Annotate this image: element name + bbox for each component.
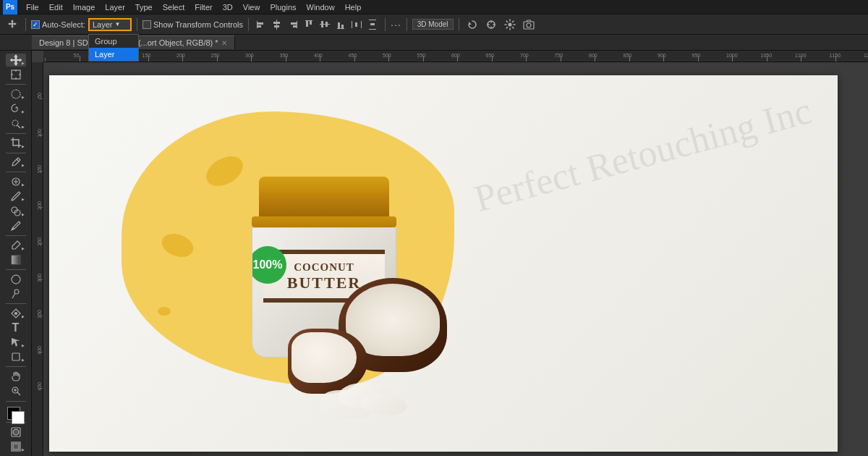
doc-tab-close-button[interactable]: ✕ — [221, 39, 227, 47]
svg-point-51 — [13, 429, 19, 435]
tool-quick-mask[interactable] — [6, 426, 26, 439]
auto-select-checkbox[interactable]: ✓ — [31, 20, 40, 29]
tool-screen-mode[interactable]: ▶ — [6, 440, 26, 453]
align-right-icon[interactable] — [286, 17, 300, 32]
auto-select-label: Auto-Select: — [42, 20, 85, 29]
tool-blur[interactable] — [6, 273, 26, 286]
svg-rect-4 — [273, 22, 280, 24]
svg-rect-16 — [338, 22, 340, 28]
tool-sep-3 — [6, 153, 26, 153]
tool-arrow8: ▶ — [22, 197, 25, 201]
svg-rect-11 — [310, 21, 312, 25]
menu-3d[interactable]: 3D — [218, 1, 237, 13]
menu-plugins[interactable]: Plugins — [265, 1, 300, 13]
distribute-v-icon[interactable] — [365, 17, 380, 32]
sync-icon[interactable] — [483, 17, 499, 33]
align-top-icon[interactable] — [302, 17, 316, 32]
toolbar-sep-5 — [407, 18, 407, 31]
dropdown-button[interactable]: Layer ▼ — [88, 18, 132, 31]
settings-icon[interactable] — [502, 17, 518, 33]
dropdown-option-group[interactable]: Group — [89, 35, 138, 48]
menu-help[interactable]: Help — [341, 1, 366, 13]
tool-arrow: ▶ — [22, 61, 25, 65]
transform-checkbox[interactable] — [142, 20, 151, 29]
tool-crop[interactable]: ▶ — [6, 136, 26, 149]
background-color[interactable] — [12, 411, 25, 424]
tool-move[interactable]: ▶ — [6, 54, 26, 67]
menu-window[interactable]: Window — [302, 1, 339, 13]
tool-sep-6 — [6, 269, 26, 270]
menu-view[interactable]: View — [239, 1, 265, 13]
canvas-viewport[interactable]: COCONUT BUTTER 100% — [43, 62, 868, 456]
align-center-h-icon[interactable] — [270, 17, 284, 32]
svg-rect-13 — [321, 21, 323, 28]
dropdown-value: Layer — [93, 20, 113, 29]
tool-dodge[interactable] — [6, 287, 26, 300]
tool-pen[interactable]: ▶ — [6, 307, 26, 320]
svg-line-36 — [17, 159, 19, 161]
tool-artboard[interactable] — [6, 68, 26, 81]
svg-rect-10 — [306, 21, 308, 27]
tool-healing[interactable]: ▶ — [6, 175, 26, 188]
tool-text[interactable]: T — [6, 321, 26, 334]
align-icons-group — [254, 17, 380, 32]
menu-layer[interactable]: Layer — [101, 1, 129, 13]
align-middle-v-icon[interactable] — [318, 17, 332, 32]
tool-gradient[interactable] — [6, 253, 26, 266]
tool-zoom[interactable] — [6, 384, 26, 397]
menu-type[interactable]: Type — [131, 1, 157, 13]
menu-edit[interactable]: Edit — [45, 1, 67, 13]
svg-rect-18 — [352, 21, 352, 28]
toolbar-sep-3 — [248, 18, 249, 31]
tool-lasso[interactable]: ▶ — [6, 102, 26, 115]
rotate-icon[interactable] — [464, 17, 480, 33]
auto-select-dropdown[interactable]: Layer ▼ Group Layer — [88, 18, 132, 31]
main-layout: ▶ ▶ ▶ ▶ — [0, 51, 868, 456]
menu-file[interactable]: File — [22, 1, 43, 13]
menu-select[interactable]: Select — [158, 1, 190, 13]
svg-line-43 — [12, 293, 15, 298]
canvas-document: COCONUT BUTTER 100% — [49, 75, 838, 452]
tool-sep-7 — [6, 303, 26, 304]
tool-arrow2: ▶ — [22, 95, 25, 99]
svg-rect-7 — [291, 22, 297, 25]
tool-arrow10: ▶ — [22, 246, 25, 250]
canvas-area[interactable]: 5010015020025030035040045050055060065070… — [32, 51, 868, 456]
transform-label-text: Show Transform Controls — [153, 20, 243, 29]
dropdown-menu: Group Layer — [88, 34, 139, 62]
tool-quick-select[interactable]: ▶ — [6, 117, 26, 130]
toolbar-sep-6 — [459, 18, 459, 31]
tool-sep-2 — [6, 133, 26, 134]
menu-image[interactable]: Image — [69, 1, 100, 13]
svg-rect-53 — [13, 444, 19, 449]
tool-history[interactable] — [6, 219, 26, 232]
svg-rect-20 — [355, 22, 357, 27]
tool-clone[interactable]: ▶ — [6, 204, 26, 217]
menu-bar: Ps File Edit Image Layer Type Select Fil… — [0, 0, 868, 14]
watermark-text: Perfect Retouching Inc — [469, 89, 815, 220]
distribute-h-icon[interactable] — [349, 17, 364, 32]
3d-mode-button[interactable]: 3D Model — [412, 19, 454, 30]
tool-shape[interactable]: ▶ — [6, 350, 26, 363]
tool-brush[interactable]: ▶ — [6, 190, 26, 203]
tool-hand[interactable] — [6, 370, 26, 383]
dropdown-option-layer[interactable]: Layer — [89, 48, 138, 61]
jar-lid — [259, 177, 389, 216]
auto-select-checkbox-label[interactable]: ✓ Auto-Select: — [31, 20, 85, 29]
checkbox-check-mark: ✓ — [33, 21, 38, 28]
tool-arrow6: ▶ — [22, 163, 25, 167]
more-options-icon[interactable]: ··· — [391, 19, 401, 30]
svg-point-27 — [527, 23, 531, 28]
align-bottom-icon[interactable] — [333, 17, 348, 32]
align-left-icon[interactable] — [254, 17, 268, 32]
svg-rect-8 — [293, 25, 297, 28]
move-tool-icon[interactable] — [4, 17, 20, 33]
camera-icon[interactable] — [521, 17, 537, 33]
tool-sep-4 — [6, 172, 26, 172]
tool-path-select[interactable]: ▶ — [6, 336, 26, 349]
tool-marquee[interactable]: ▶ — [6, 88, 26, 101]
app-logo: Ps — [3, 0, 17, 14]
tool-eraser[interactable]: ▶ — [6, 239, 26, 252]
menu-filter[interactable]: Filter — [190, 1, 216, 13]
tool-eyedropper[interactable]: ▶ — [6, 156, 26, 169]
